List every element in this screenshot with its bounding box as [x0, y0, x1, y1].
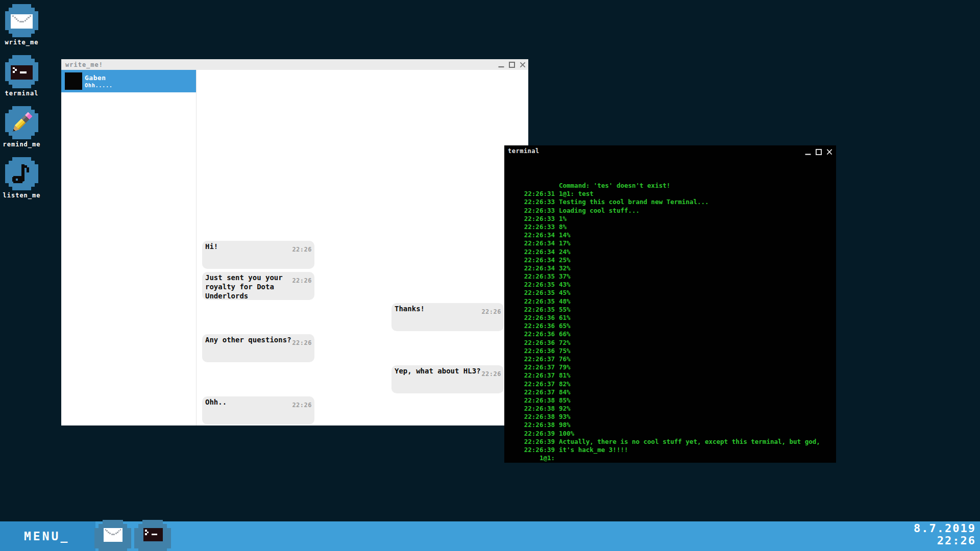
terminal-window: terminal Command: 'tes' doesn't exist!22… — [504, 145, 836, 463]
message-text: Just sent you your royalty for Dota Unde… — [205, 273, 295, 300]
chat-window-controls — [498, 59, 526, 70]
terminal-line-time: 22:26:34 — [508, 256, 555, 264]
chat-bubble-outgoing: Thanks!22:26 — [391, 303, 504, 331]
chat-window-body: Gaben Ohh..... Hi!22:26Just sent you you… — [61, 70, 528, 425]
terminal-line-text: 25% — [559, 256, 571, 264]
minimize-button[interactable] — [498, 61, 504, 68]
terminal-line-text: 84% — [559, 388, 571, 396]
terminal-line-text: 100% — [559, 430, 574, 437]
terminal-line-time: 22:26:36 — [508, 314, 555, 321]
close-button[interactable] — [520, 61, 526, 68]
chat-bubble-incoming: Hi!22:26 — [202, 241, 314, 269]
terminal-line-time: 22:26:37 — [508, 371, 555, 379]
terminal-line-text: 37% — [559, 272, 571, 280]
terminal-line: 22:26:3543% — [508, 281, 835, 289]
desktop-icon-remind_me[interactable]: remind_me — [5, 106, 38, 139]
chat-bubble-incoming: Ohh..22:26 — [202, 396, 314, 424]
terminal-line-text: 79% — [559, 363, 571, 371]
terminal-line-time: 22:26:38 — [508, 421, 555, 429]
message-text: Yep, what about HL3? — [395, 366, 484, 375]
terminal-line-text: 14% — [559, 231, 571, 239]
terminal-prompt[interactable]: 1@1: — [508, 454, 835, 462]
terminal-line: 22:26:311@1: test — [508, 190, 835, 198]
terminal-line-time: 22:26:33 — [508, 215, 555, 222]
chat-bubble-incoming: Any other questions?22:26 — [202, 334, 314, 362]
terminal-line: 22:26:3776% — [508, 355, 835, 363]
message-time: 22:26 — [292, 246, 312, 253]
close-button[interactable] — [826, 148, 832, 156]
terminal-line-time: 22:26:33 — [508, 223, 555, 231]
terminal-line-text: 72% — [559, 339, 571, 346]
contact-name: Gaben — [85, 74, 113, 82]
terminal-line: 22:26:3537% — [508, 272, 835, 281]
terminal-line: 22:26:33Testing this cool brand new Term… — [508, 198, 835, 206]
desktop-icon-listen_me[interactable]: listen_me — [5, 157, 38, 190]
terminal-line-text: Command: 'tes' doesn't exist! — [559, 182, 670, 189]
terminal-line: 22:26:3424% — [508, 248, 835, 256]
terminal-line-text: 1@1: test — [559, 190, 594, 197]
message-time: 22:26 — [292, 277, 312, 284]
desktop-icon-terminal[interactable]: terminal — [5, 55, 38, 88]
terminal-line: 22:26:3892% — [508, 405, 835, 413]
terminal-line-time: 22:26:34 — [508, 231, 555, 239]
desktop-icon-label: listen_me — [0, 192, 53, 199]
terminal-line-time: 22:26:35 — [508, 297, 555, 305]
maximize-button[interactable] — [816, 148, 822, 156]
terminal-line-time: 22:26:35 — [508, 272, 555, 280]
terminal-line-text: 81% — [559, 371, 571, 379]
terminal-line-time: 22:26:37 — [508, 388, 555, 396]
terminal-window-title: terminal — [508, 147, 540, 155]
taskbar-app-write_me[interactable] — [94, 520, 131, 551]
terminal-line-text: 43% — [559, 281, 571, 288]
chat-window: write_me! Gaben Ohh..... — [61, 59, 528, 425]
contact-last-message: Ohh..... — [85, 83, 113, 88]
message-time: 22:26 — [481, 370, 501, 378]
terminal-line-time: 22:26:39 — [508, 438, 555, 445]
terminal-line-text: 82% — [559, 380, 571, 388]
terminal-line-text: 1% — [559, 215, 567, 222]
terminal-line-text: 65% — [559, 322, 571, 330]
terminal-line-text: 85% — [559, 396, 571, 404]
contact-list: Gaben Ohh..... — [61, 70, 197, 425]
terminal-line-text: 55% — [559, 306, 571, 313]
desktop-icon-write_me[interactable]: write_me — [5, 4, 38, 37]
terminal-line: Command: 'tes' doesn't exist! — [508, 182, 835, 190]
terminal-line: 22:26:3782% — [508, 380, 835, 388]
taskbar: MENU_ 8.7.2019 22:26 — [0, 521, 980, 551]
chat-bubble-outgoing: Yep, what about HL3?22:26 — [391, 365, 504, 393]
terminal-line-time: 22:26:36 — [508, 339, 555, 346]
terminal-line: 22:26:3548% — [508, 297, 835, 306]
contact-item-gaben[interactable]: Gaben Ohh..... — [61, 70, 196, 92]
terminal-line-time: 22:26:34 — [508, 248, 555, 256]
terminal-line: 22:26:3781% — [508, 371, 835, 380]
taskbar-app-terminal[interactable] — [134, 520, 171, 551]
terminal-window-titlebar[interactable]: terminal — [504, 145, 836, 157]
terminal-line: 22:26:3665% — [508, 322, 835, 330]
terminal-line-time: 22:26:35 — [508, 306, 555, 313]
terminal-line-text: 45% — [559, 289, 571, 296]
menu-button-label: MENU_ — [24, 530, 69, 543]
terminal-line: 22:26:331% — [508, 215, 835, 223]
terminal-line: 22:26:33Loading cool stuff... — [508, 207, 835, 215]
maximize-button[interactable] — [509, 61, 515, 68]
desktop-icon-label: write_me — [0, 39, 53, 46]
terminal-line-text: Actually, there is no cool stuff yet, ex… — [559, 438, 820, 445]
terminal-line-text: 17% — [559, 239, 571, 247]
terminal-line: 22:26:3885% — [508, 396, 835, 405]
terminal-line-time: 22:26:39 — [508, 430, 555, 437]
terminal-window-controls — [805, 146, 832, 157]
desktop-icon-label: remind_me — [0, 141, 53, 148]
contact-avatar — [65, 72, 82, 90]
terminal-line-time: 22:26:36 — [508, 330, 555, 338]
minimize-button[interactable] — [805, 148, 811, 156]
message-text: Any other questions? — [205, 335, 295, 344]
message-time: 22:26 — [481, 308, 501, 315]
terminal-line: 22:26:3893% — [508, 413, 835, 421]
terminal-line: 22:26:3779% — [508, 363, 835, 371]
menu-button[interactable]: MENU_ — [0, 521, 95, 551]
terminal-line-text: 98% — [559, 421, 571, 429]
chat-bubble-incoming: Just sent you your royalty for Dota Unde… — [202, 272, 314, 300]
terminal-line-time: 22:26:31 — [508, 190, 555, 197]
terminal-line-time: 22:26:38 — [508, 396, 555, 404]
chat-window-titlebar[interactable]: write_me! — [61, 59, 528, 70]
